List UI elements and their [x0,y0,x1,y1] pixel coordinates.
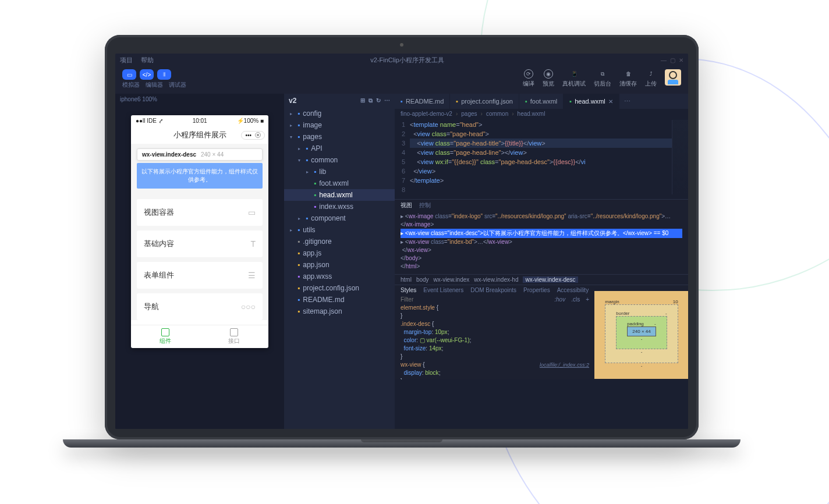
dom-breadcrumbs[interactable]: htmlbodywx-view.indexwx-view.index-hdwx-… [395,274,688,285]
menubar: 项目 帮助 v2-FinClip小程序开发工具 —▢✕ [115,54,688,67]
sim-menu-item[interactable]: 表单组件☰ [137,262,263,289]
menu-help[interactable]: 帮助 [141,56,154,65]
tree-node[interactable]: ▪README.md [284,294,395,306]
breadcrumbs[interactable]: fino-applet-demo-v2›pages›common›head.wx… [395,109,688,119]
styles-cls-toggle[interactable]: .cls [571,296,580,303]
phone-tab-components[interactable]: 组件 [131,325,200,348]
tree-node[interactable]: ▾▪common [284,154,395,166]
simulator-device-info: iphone6 100% [115,94,284,105]
inspected-element[interactable]: 以下将展示小程序官方组件能力，组件样式仅供参考。 [137,163,263,189]
styles-tab[interactable]: Styles [401,287,416,293]
app-window: 项目 帮助 v2-FinClip小程序开发工具 —▢✕ ▭ </> ⫴ 模拟器 … [115,54,688,429]
tree-node[interactable]: ▸▪component [284,212,395,224]
mode-debugger-label: 调试器 [169,81,186,89]
toolbar: ▭ </> ⫴ 模拟器 编辑器 调试器 ⟳编译 ◉预览 📱真机调试 ⧉切后台 🗑… [115,67,688,94]
tree-node[interactable]: ▪.gitignore [284,236,395,247]
tree-node[interactable]: ▪index.wxss [284,201,395,212]
devtab-wxml[interactable]: 视图 [401,201,412,210]
window-title: v2-FinClip小程序开发工具 [162,56,653,65]
mode-toggle[interactable]: ▭ </> ⫴ [122,69,186,80]
editor-tab[interactable]: ▪foot.wxml [519,94,564,109]
styles-tabs[interactable]: StylesEvent ListenersDOM BreakpointsProp… [395,285,595,295]
explorer-root: v2 [289,97,296,105]
tree-node[interactable]: ▪app.wxss [284,271,395,282]
tree-node[interactable]: ▸▪API [284,143,395,154]
window-controls[interactable]: —▢✕ [661,57,683,63]
mode-debugger-icon[interactable]: ⫴ [157,69,171,80]
phone-tab-api[interactable]: 接口 [200,325,268,348]
editor-tab[interactable]: ▪project.config.json [450,94,519,109]
tree-node[interactable]: ▪sitemap.json [284,306,395,317]
editor-area: ▪README.md▪project.config.json▪foot.wxml… [395,94,688,429]
action-background[interactable]: ⧉切后台 [594,69,611,88]
tree-node[interactable]: ▾▪pages [284,131,395,143]
explorer-actions[interactable]: ⊞⧉↻⋯ [360,97,390,104]
styles-hov-toggle[interactable]: :hov [554,296,565,303]
sim-menu-item[interactable]: 导航○○○ [137,293,263,320]
phone-capsule[interactable]: ••• [241,131,265,140]
action-remote-debug[interactable]: 📱真机调试 [562,69,586,88]
editor-tab[interactable]: ▪head.wxml✕ [564,94,619,109]
styles-add-rule[interactable]: + [586,296,589,303]
tree-node[interactable]: ▸▪lib [284,166,395,178]
tree-node[interactable]: ▪project.config.json [284,282,395,294]
file-explorer: v2 ⊞⧉↻⋯ ▸▪config▸▪image▾▪pages▸▪API▾▪com… [284,94,395,429]
sim-menu-item[interactable]: 视图容器▭ [137,199,263,226]
action-upload[interactable]: ⤴上传 [645,69,657,88]
box-model: margin 10 border - padding- 240 × 44 - - [595,285,688,379]
action-clear-cache[interactable]: 🗑清缓存 [619,69,637,88]
minimap[interactable] [672,120,688,194]
menu-project[interactable]: 项目 [120,56,133,65]
tree-node[interactable]: ▸▪config [284,108,395,119]
editor-tabs: ▪README.md▪project.config.json▪foot.wxml… [395,94,688,109]
mode-simulator-icon[interactable]: ▭ [122,69,136,80]
mode-editor-label: 编辑器 [146,81,163,89]
styles-filter-input[interactable] [401,296,548,303]
styles-tab[interactable]: DOM Breakpoints [470,287,516,293]
mode-editor-icon[interactable]: </> [140,69,154,80]
tree-node[interactable]: ▪app.json [284,259,395,271]
tree-node[interactable]: ▪head.wxml [284,189,395,201]
dom-tree[interactable]: ▸ <wx-image class="index-logo" src="../r… [395,211,688,274]
action-compile[interactable]: ⟳编译 [523,69,534,88]
inspect-tooltip: wx-view.index-desc 240 × 44 [137,148,263,161]
sim-menu-item[interactable]: 基础内容T [137,230,263,257]
devtools-panel: 视图 控制 ▸ <wx-image class="index-logo" src… [395,199,688,379]
action-preview[interactable]: ◉预览 [543,69,554,88]
devtab-console[interactable]: 控制 [419,201,431,210]
user-avatar[interactable] [665,69,681,86]
tree-node[interactable]: ▸▪image [284,119,395,131]
camera-dot [400,43,403,47]
styles-tab[interactable]: Accessibility [557,287,589,293]
editor-tab[interactable]: ▪README.md [395,94,450,109]
code-editor[interactable]: 12345678 <template name="head"> <view cl… [395,119,688,199]
phone-preview[interactable]: ●●ll IDE ⤤ 10:01 ⚡100% ■ 小程序组件展示 ••• wx-… [131,115,268,348]
styles-tab[interactable]: Event Listeners [423,287,463,293]
laptop-frame: 项目 帮助 v2-FinClip小程序开发工具 —▢✕ ▭ </> ⫴ 模拟器 … [105,35,699,454]
tree-node[interactable]: ▪app.js [284,247,395,259]
phone-status-bar: ●●ll IDE ⤤ 10:01 ⚡100% ■ [131,115,268,126]
mode-simulator-label: 模拟器 [122,81,140,89]
tree-node[interactable]: ▸▪utils [284,224,395,236]
tabs-overflow[interactable]: ⋯ [619,98,635,105]
css-rules[interactable]: element.style { }.index-desc { </span> m… [395,304,595,379]
styles-tab[interactable]: Properties [523,287,550,293]
phone-nav-bar: 小程序组件展示 ••• [131,126,268,144]
laptop-base [63,439,741,448]
tree-node[interactable]: ▪foot.wxml [284,178,395,189]
simulator-panel: iphone6 100% ●●ll IDE ⤤ 10:01 ⚡100% ■ 小程… [115,94,284,429]
